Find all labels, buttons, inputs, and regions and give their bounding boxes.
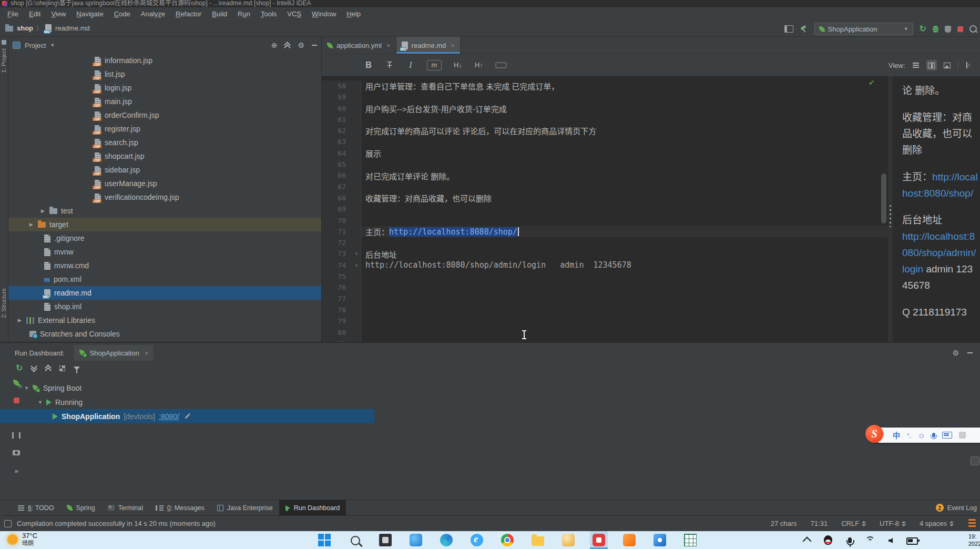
menu-help[interactable]: Help bbox=[341, 8, 366, 20]
project-item-information-jsp[interactable]: JSPinformation.jsp bbox=[8, 54, 321, 67]
editor-scrollbar[interactable] bbox=[881, 174, 886, 223]
tab-readme-md[interactable]: readme.md × bbox=[396, 37, 461, 54]
project-item-readme-md[interactable]: readme.md bbox=[8, 286, 321, 300]
stop-button[interactable] bbox=[957, 26, 963, 32]
view-preview-only-icon[interactable] bbox=[942, 60, 953, 70]
taskbar-clock[interactable]: 19: 2022/7/ bbox=[968, 533, 980, 547]
project-item-external-libraries[interactable]: ▶External Libraries bbox=[8, 313, 321, 327]
project-item-mvnw-cmd[interactable]: mvnw.cmd bbox=[8, 259, 321, 272]
selected-url[interactable]: http://localhost:8080/shop/ bbox=[389, 227, 517, 237]
taskbar-app-taskview[interactable] bbox=[376, 531, 394, 549]
project-item-sidebar-jsp[interactable]: JSPsidebar.jsp bbox=[8, 163, 321, 177]
status-icon[interactable] bbox=[4, 520, 12, 527]
menu-refactor[interactable]: Refactor bbox=[170, 8, 207, 20]
menu-tools[interactable]: Tools bbox=[256, 8, 282, 20]
status-widget-4-spaces[interactable]: 4 spaces bbox=[920, 520, 954, 527]
ime-pinyin-icon[interactable]: 中 bbox=[893, 431, 900, 440]
project-item-usermanage-jsp[interactable]: JSPuserManage.jsp bbox=[8, 177, 321, 190]
editor-line-59[interactable]: 59 bbox=[322, 92, 891, 103]
taskbar-app-folder[interactable] bbox=[529, 531, 547, 549]
group-by-icon[interactable] bbox=[59, 365, 65, 371]
menu-file[interactable]: File bbox=[2, 8, 24, 20]
taskbar-app-app-tan[interactable] bbox=[559, 531, 577, 549]
pause-output-icon[interactable] bbox=[12, 432, 21, 439]
coverage-button[interactable] bbox=[945, 26, 951, 33]
view-editor-only-icon[interactable] bbox=[911, 60, 921, 70]
tree-item-spring-boot[interactable]: ▼ Spring Boot bbox=[24, 381, 322, 395]
ime-toolbox-icon[interactable] bbox=[959, 432, 966, 439]
project-stripe-icon[interactable] bbox=[2, 40, 6, 45]
splitter-grip[interactable] bbox=[890, 205, 891, 227]
menu-view[interactable]: View bbox=[46, 8, 71, 20]
breadcrumb-project[interactable]: shop bbox=[17, 24, 33, 32]
project-item-target[interactable]: ▶target bbox=[8, 218, 321, 231]
project-item-orderconfirm-jsp[interactable]: JSPorderConfirm.jsp bbox=[8, 108, 321, 122]
menu-analyze[interactable]: Analyze bbox=[136, 8, 170, 20]
editor-line-72[interactable]: 72 bbox=[322, 237, 891, 248]
close-icon[interactable]: × bbox=[451, 42, 455, 49]
collapse-all-icon[interactable] bbox=[284, 43, 290, 48]
editor-line-61[interactable]: 61 bbox=[322, 114, 891, 125]
editor-line-68[interactable]: 68收藏管理：对商品收藏，也可以删除 bbox=[322, 192, 891, 204]
editor-line-78[interactable]: 78 bbox=[322, 304, 891, 316]
menu-run[interactable]: Run bbox=[232, 8, 256, 20]
tree-item-shopapplication[interactable]: ShopApplication [devtools] :8080/ bbox=[0, 409, 374, 423]
bold-button[interactable]: B bbox=[364, 59, 373, 71]
close-icon[interactable]: × bbox=[145, 349, 149, 357]
inspections-ok-icon[interactable]: ✔ bbox=[869, 78, 875, 87]
ime-voice-icon[interactable] bbox=[932, 433, 935, 438]
run-config-selector[interactable]: ShopApplication ▼ bbox=[814, 23, 913, 35]
stripe-structure[interactable]: 2: Structure bbox=[1, 288, 7, 318]
ime-indicator-icon[interactable] bbox=[968, 519, 976, 527]
toolwindow-button-0-messages[interactable]: 0: Messages bbox=[149, 500, 211, 516]
taskbar-app-chrome[interactable] bbox=[498, 531, 516, 549]
spring-restart-icon[interactable] bbox=[13, 380, 19, 386]
project-item-mvnw[interactable]: mvnw bbox=[8, 245, 321, 259]
toolwindow-button-run-dashboard[interactable]: Run Dashboard bbox=[279, 500, 346, 516]
chevron-expanded-icon[interactable]: ▼ bbox=[38, 400, 46, 405]
project-item-gitignore[interactable]: .gitignore bbox=[8, 231, 321, 245]
editor-line-79[interactable]: 79 bbox=[322, 316, 891, 327]
project-item-search-jsp[interactable]: JSPsearch.jsp bbox=[8, 136, 321, 149]
toolwindow-button-6-todo[interactable]: 6: TODO bbox=[12, 500, 60, 516]
hide-panel-icon[interactable] bbox=[312, 45, 317, 46]
code-span-button[interactable]: m bbox=[427, 60, 442, 70]
editor-line-77[interactable]: 77 bbox=[322, 293, 891, 304]
header-down-button[interactable]: H↓ bbox=[453, 59, 463, 71]
header-up-button[interactable]: H↑ bbox=[474, 59, 484, 71]
editor-line-62[interactable]: 62对完成订单的商品可以评论 评论后，可以在对应的商品详情页下方 bbox=[322, 125, 891, 136]
ime-tone-icon[interactable]: °, bbox=[907, 431, 911, 440]
status-widget-71-31[interactable]: 71:31 bbox=[811, 520, 828, 527]
menu-window[interactable]: Window bbox=[307, 8, 341, 20]
editor-line-66[interactable]: 66对已完成订单评论 删除。 bbox=[322, 170, 891, 181]
ime-emoji-icon[interactable]: ☺ bbox=[917, 431, 925, 440]
taskbar-app-start[interactable] bbox=[315, 531, 333, 549]
tree-item-running[interactable]: ▼ Running bbox=[24, 395, 322, 409]
project-item-main-jsp[interactable]: JSPmain.jsp bbox=[8, 95, 321, 108]
tray-mic-icon[interactable] bbox=[848, 537, 852, 543]
strikethrough-button[interactable]: T bbox=[385, 59, 394, 71]
editor-line-70[interactable]: 70 bbox=[322, 215, 891, 226]
run-button[interactable]: ↻ bbox=[920, 25, 926, 33]
status-widget-utf-8[interactable]: UTF-8 bbox=[880, 520, 906, 527]
toolwindow-button-terminal[interactable]: Terminal bbox=[101, 500, 149, 516]
stripe-project[interactable]: 1: Project bbox=[1, 48, 7, 73]
editor-line-60[interactable]: 60用户购买-->后台发货-用户收货-订单完成 bbox=[322, 103, 891, 114]
view-split-icon[interactable] bbox=[926, 60, 937, 70]
editor-line-65[interactable]: 65 bbox=[322, 159, 891, 170]
tab-application-yml[interactable]: application.yml × bbox=[322, 37, 396, 54]
status-widget-crlf[interactable]: CRLF bbox=[841, 520, 866, 527]
app-port-link[interactable]: :8080/ bbox=[159, 412, 179, 421]
layout-icon[interactable] bbox=[784, 25, 793, 33]
ime-toolbar[interactable]: 中°,☺ bbox=[877, 428, 980, 443]
locate-file-icon[interactable]: ⊕ bbox=[271, 41, 278, 49]
italic-button[interactable]: I bbox=[406, 59, 415, 71]
editor-line-67[interactable]: 67 bbox=[322, 181, 891, 192]
project-item-pom-xml[interactable]: mpom.xml bbox=[8, 272, 321, 286]
expand-all-icon[interactable] bbox=[31, 365, 37, 371]
project-item-list-jsp[interactable]: JSPlist.jsp bbox=[8, 67, 321, 81]
tray-wifi-icon[interactable] bbox=[865, 536, 875, 544]
collapse-all-icon[interactable] bbox=[45, 365, 51, 371]
toolwindow-button-spring[interactable]: Spring bbox=[60, 500, 101, 516]
editor-line-81[interactable]: 81 bbox=[322, 338, 891, 342]
